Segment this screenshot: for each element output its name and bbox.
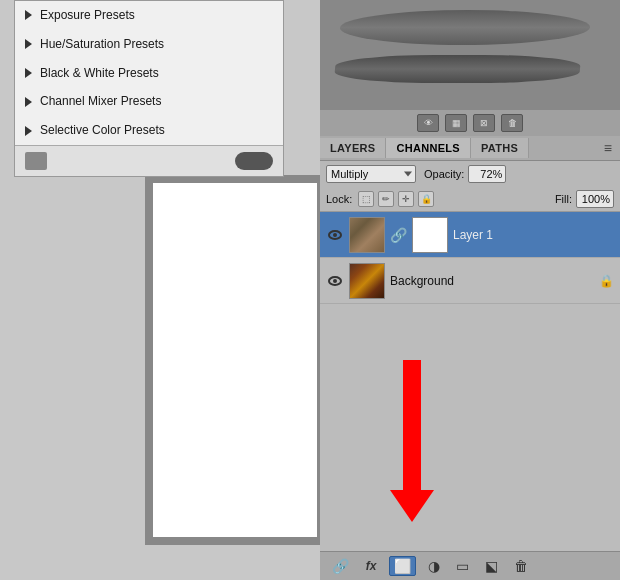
layers-bottom-toolbar: 🔗 fx ⬜ ◑ ▭ ⬕ 🗑	[320, 551, 620, 580]
brush-icons-row: 👁 ▦ ⊠ 🗑	[320, 110, 620, 136]
layer-row[interactable]: 🔗 Layer 1	[320, 212, 620, 258]
menu-item-selective-color-label: Selective Color Presets	[40, 122, 273, 139]
fill-label: Fill:	[555, 193, 572, 205]
layer-name-background: Background	[390, 274, 594, 288]
arrow-head	[390, 490, 434, 522]
right-panel: 👁 ▦ ⊠ 🗑 LAYERS CHANNELS PATHS ≡ Multiply…	[320, 0, 620, 580]
submenu-arrow-icon	[25, 126, 32, 136]
dropdown-menu: Exposure Presets Hue/Saturation Presets …	[14, 0, 284, 177]
menu-bottom-bar	[15, 145, 283, 176]
eye-symbol	[328, 276, 342, 286]
menu-item-exposure-label: Exposure Presets	[40, 7, 273, 24]
eye-pupil	[333, 279, 337, 283]
lock-label: Lock:	[326, 193, 352, 205]
brush-tool-icon-2[interactable]: ▦	[445, 114, 467, 132]
visibility-toggle-layer1[interactable]	[326, 228, 344, 242]
delete-layer-button[interactable]: 🗑	[510, 556, 532, 576]
menu-item-exposure[interactable]: Exposure Presets	[15, 1, 283, 30]
blend-mode-select[interactable]: Multiply	[326, 165, 416, 183]
panel-menu-button[interactable]: ≡	[596, 136, 620, 160]
menu-item-channel-mixer-label: Channel Mixer Presets	[40, 93, 273, 110]
new-layer-button[interactable]: ⬕	[481, 556, 502, 576]
layer-thumbnail-background	[349, 263, 385, 299]
brush-tool-icon-3[interactable]: ⊠	[473, 114, 495, 132]
submenu-arrow-icon	[25, 68, 32, 78]
layer-mask-thumbnail-layer1	[412, 217, 448, 253]
menu-item-black-white-label: Black & White Presets	[40, 65, 273, 82]
layers-panel: Multiply Opacity: Lock: ⬚ ✏ ✛ 🔒 Fill:	[320, 161, 620, 580]
canvas-inner	[153, 183, 317, 537]
add-mask-button[interactable]: ⬜	[389, 556, 416, 576]
tab-paths[interactable]: PATHS	[471, 138, 529, 158]
adjustment-layer-button[interactable]: ◑	[424, 556, 444, 576]
visibility-toggle-background[interactable]	[326, 274, 344, 288]
left-panel: Exposure Presets Hue/Saturation Presets …	[0, 0, 320, 580]
lock-move-icon[interactable]: ✛	[398, 191, 414, 207]
group-layers-button[interactable]: ▭	[452, 556, 473, 576]
brush-tool-icon-1[interactable]: 👁	[417, 114, 439, 132]
arrow-shaft	[403, 360, 421, 490]
brush-tool-icon-4[interactable]: 🗑	[501, 114, 523, 132]
link-layers-button[interactable]: 🔗	[328, 556, 353, 576]
menu-item-channel-mixer[interactable]: Channel Mixer Presets	[15, 87, 283, 116]
menu-item-hue-saturation-label: Hue/Saturation Presets	[40, 36, 273, 53]
submenu-arrow-icon	[25, 39, 32, 49]
brush-stroke-2	[334, 55, 581, 83]
opacity-input[interactable]	[468, 165, 506, 183]
menu-item-black-white[interactable]: Black & White Presets	[15, 59, 283, 88]
menu-item-hue-saturation[interactable]: Hue/Saturation Presets	[15, 30, 283, 59]
blend-row: Multiply Opacity:	[320, 161, 620, 187]
opacity-label: Opacity:	[424, 168, 464, 180]
blend-mode-wrapper: Multiply	[326, 165, 416, 183]
eye-symbol	[328, 230, 342, 240]
lock-all-icon[interactable]: 🔒	[418, 191, 434, 207]
eye-pupil	[333, 233, 337, 237]
submenu-arrow-icon	[25, 10, 32, 20]
menu-dots-icon[interactable]	[235, 152, 273, 170]
arrow-container	[390, 360, 434, 522]
canvas-area	[145, 175, 325, 545]
brush-stroke-1	[337, 10, 593, 45]
menu-item-selective-color[interactable]: Selective Color Presets	[15, 116, 283, 145]
lock-checkerboard-icon[interactable]: ⬚	[358, 191, 374, 207]
tabs-row: LAYERS CHANNELS PATHS ≡	[320, 136, 620, 161]
lock-row: Lock: ⬚ ✏ ✛ 🔒 Fill:	[320, 187, 620, 212]
submenu-arrow-icon	[25, 97, 32, 107]
tab-channels[interactable]: CHANNELS	[386, 138, 471, 158]
layer-thumbnail-layer1	[349, 217, 385, 253]
layer-row[interactable]: Background 🔒	[320, 258, 620, 304]
layer-link-icon: 🔗	[390, 227, 407, 243]
lock-brush-icon[interactable]: ✏	[378, 191, 394, 207]
brush-preview	[320, 0, 620, 110]
lock-badge-icon: 🔒	[599, 274, 614, 288]
layer-name-layer1: Layer 1	[453, 228, 614, 242]
layer-effects-button[interactable]: fx	[361, 556, 381, 576]
fill-input[interactable]	[576, 190, 614, 208]
layers-list: 🔗 Layer 1 Background 🔒	[320, 212, 620, 551]
tab-layers[interactable]: LAYERS	[320, 138, 386, 158]
new-preset-icon[interactable]	[25, 152, 47, 170]
